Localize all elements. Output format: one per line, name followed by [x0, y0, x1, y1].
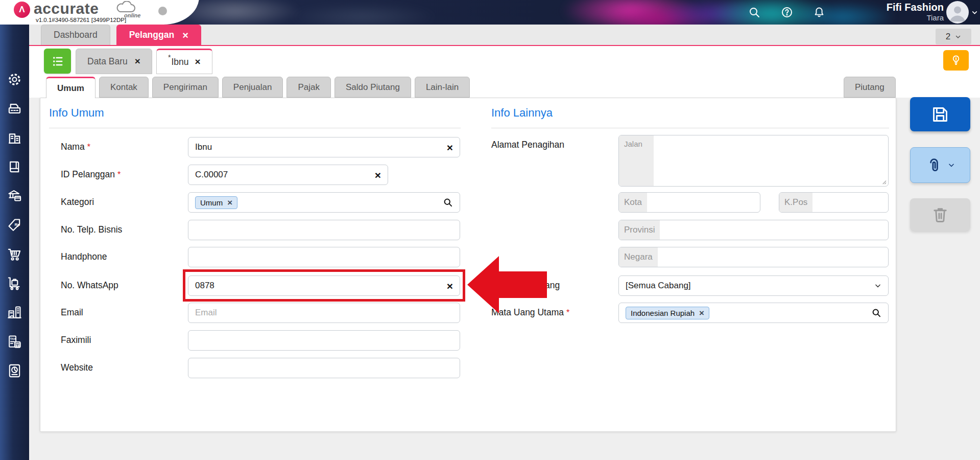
trash-icon: [931, 205, 949, 224]
label-alamat-penagihan: Alamat Penagihan: [491, 140, 564, 150]
chevron-down-icon: [955, 34, 961, 40]
formtab-piutang[interactable]: Piutang: [844, 77, 896, 98]
user-info[interactable]: Fifi Fashion Tiara: [887, 1, 944, 22]
user-name: Fifi Fashion: [887, 1, 944, 13]
kpos-field[interactable]: K.Pos: [779, 192, 889, 213]
telp-bisnis-input[interactable]: [195, 225, 453, 235]
negara-field[interactable]: Negara: [618, 247, 889, 267]
formtab-saldo-piutang[interactable]: Saldo Piutang: [334, 77, 411, 98]
handphone-input[interactable]: [195, 252, 453, 262]
accurate-logo-icon: Λ: [14, 2, 30, 18]
avatar[interactable]: [946, 1, 969, 24]
reports-icon[interactable]: [7, 363, 22, 379]
section-title-info-umum: Info Umum: [49, 106, 104, 120]
formtab-label: Lain-lain: [426, 82, 459, 93]
email-input[interactable]: [195, 308, 453, 318]
unsaved-marker: *: [168, 53, 171, 61]
formtab-label: Piutang: [855, 82, 885, 93]
resize-handle[interactable]: [881, 179, 887, 185]
nama-input[interactable]: [195, 142, 443, 152]
tab-pelanggan[interactable]: Pelanggan ×: [116, 25, 201, 45]
app-header: Λ accurate online v1.0.1#3490-587261 [34…: [0, 0, 980, 25]
page-count-value: 2: [946, 32, 950, 42]
help-icon[interactable]: [781, 6, 793, 18]
id-pelanggan-field: ×: [188, 165, 388, 185]
search-icon[interactable]: [871, 308, 881, 318]
label-whatsapp: No. WhatsApp: [61, 280, 118, 291]
mata-uang-chip: Indonesian Rupiah×: [626, 307, 709, 319]
id-pelanggan-input[interactable]: [195, 170, 371, 180]
ledger-book-icon[interactable]: [7, 159, 22, 175]
main-tab-strip: Dashboard Pelanggan × 2: [29, 25, 980, 46]
attachment-button[interactable]: [910, 147, 970, 183]
bank-finance-icon[interactable]: [7, 188, 22, 204]
tips-button[interactable]: [943, 50, 969, 71]
inventory-trolley-icon[interactable]: [7, 275, 22, 291]
section-title-info-lainnya: Info Lainnya: [491, 106, 553, 120]
close-icon[interactable]: ×: [195, 56, 201, 67]
kategori-chip: Umum×: [195, 196, 237, 209]
subtab-ibnu[interactable]: *Ibnu ×: [156, 49, 212, 74]
formtab-pajak[interactable]: Pajak: [286, 77, 331, 98]
cabang-selected-value: [Semua Cabang]: [626, 281, 691, 291]
formtab-umum[interactable]: Umum: [46, 77, 95, 98]
chevron-down-icon[interactable]: [948, 162, 955, 169]
list-view-button[interactable]: [44, 49, 71, 74]
close-icon[interactable]: ×: [182, 30, 188, 40]
search-icon[interactable]: [443, 197, 453, 208]
kategori-field[interactable]: Umum×: [188, 192, 460, 213]
nama-field: ×: [188, 137, 460, 157]
clear-icon[interactable]: ×: [447, 142, 453, 153]
label-email: Email: [61, 307, 83, 318]
purchase-cart-icon[interactable]: [7, 246, 22, 262]
chip-remove-icon[interactable]: ×: [227, 198, 232, 207]
negara-addon-label: Negara: [619, 247, 658, 267]
alamat-jalan-field[interactable]: Jalan: [618, 135, 889, 187]
cashier-icon[interactable]: [7, 101, 22, 117]
save-button[interactable]: [910, 97, 970, 131]
cabang-select[interactable]: [Semua Cabang]: [618, 275, 889, 296]
sales-rp-tag-icon[interactable]: Rp: [7, 217, 22, 233]
tab-label: Pelanggan: [129, 30, 175, 40]
svg-text:TAX: TAX: [10, 337, 16, 340]
notification-bell-icon[interactable]: [813, 6, 825, 18]
kota-field[interactable]: Kota: [618, 192, 760, 213]
user-menu-chevron-down-icon[interactable]: [971, 9, 978, 16]
annotation-arrow-left: [467, 256, 547, 313]
subtab-data-baru[interactable]: Data Baru ×: [76, 49, 152, 74]
mata-uang-field[interactable]: Indonesian Rupiah×: [618, 303, 889, 323]
list-icon: [51, 54, 65, 68]
provinsi-field[interactable]: Provinsi: [618, 220, 889, 240]
search-icon[interactable]: [748, 6, 760, 18]
formtab-pengiriman[interactable]: Pengiriman: [152, 77, 219, 98]
website-field: [188, 358, 460, 378]
formtab-kontak[interactable]: Kontak: [99, 77, 149, 98]
chevron-down-icon: [874, 282, 881, 289]
close-icon[interactable]: ×: [135, 56, 140, 67]
faximili-input[interactable]: [195, 335, 453, 346]
page-count-select[interactable]: 2: [936, 29, 971, 44]
chip-remove-icon[interactable]: ×: [699, 309, 704, 317]
formtab-lain-lain[interactable]: Lain-lain: [415, 77, 470, 98]
fixed-assets-icon[interactable]: [7, 305, 22, 320]
subtab-label: Data Baru: [87, 56, 128, 67]
tax-icon[interactable]: TAX: [7, 334, 22, 350]
label-id-pelanggan: ID Pelanggan*: [61, 169, 121, 180]
kpos-addon-label: K.Pos: [779, 193, 812, 212]
settings-icon[interactable]: [7, 72, 22, 87]
formtab-penjualan[interactable]: Penjualan: [222, 77, 283, 98]
clear-icon[interactable]: ×: [375, 170, 381, 180]
label-faximili: Faximili: [61, 335, 91, 346]
sidebar-nav: Rp TAX: [0, 25, 29, 460]
tab-dashboard[interactable]: Dashboard: [41, 25, 110, 45]
label-telp-bisnis: No. Telp. Bisnis: [61, 224, 122, 235]
telp-bisnis-field: [188, 220, 460, 240]
header-wave-decoration: [286, 3, 439, 25]
delete-button[interactable]: [910, 198, 970, 231]
section-divider: [491, 128, 889, 128]
document-tab-area: Data Baru × *Ibnu × Umum Kontak Pengirim…: [29, 46, 980, 98]
header-dot-decoration: [158, 7, 167, 15]
company-icon[interactable]: [7, 130, 22, 146]
website-input[interactable]: [195, 363, 453, 373]
handphone-field: [188, 247, 460, 267]
